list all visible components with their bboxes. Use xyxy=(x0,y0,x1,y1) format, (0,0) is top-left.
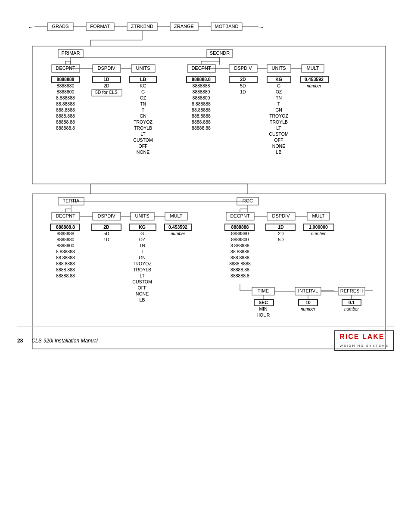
tertia-dec-val2: 8888888 xyxy=(57,231,75,236)
tertia-dec-val9: 88888.88 xyxy=(56,273,75,278)
page-title: CLS-920i Installation Manual xyxy=(31,338,97,344)
nav-zrange: ZRANGE xyxy=(174,24,194,29)
time-hdr: TIME xyxy=(258,288,269,293)
primar-dsp-val2: 2D xyxy=(103,83,109,88)
primar-units-val4: OZ xyxy=(140,95,146,100)
tertia-dsp-val1: 2D xyxy=(103,224,109,230)
secndr-units-val8: TROYLB xyxy=(270,119,288,124)
nav-ztrkbnd: ZTRKBND xyxy=(131,24,153,29)
primar-dec-val5: 88.88888 xyxy=(56,101,75,106)
primar-units-val12: OFF xyxy=(139,143,148,149)
roc-mult-hdr: MULT xyxy=(312,213,324,218)
refresh-val1: 0.1 xyxy=(349,300,355,305)
logo-sub: WEIGHING SYSTEMS xyxy=(339,344,389,348)
tertia-dsp-val2: 5D xyxy=(103,231,109,236)
roc-mult-val2: number xyxy=(311,231,326,236)
primar-units-val7: GN xyxy=(140,113,146,118)
roc-dec-val1: 8888888 xyxy=(231,224,249,230)
tertia-dspdiv-hdr: DSPDIV xyxy=(98,213,116,218)
primar-dsp-val1: 1D xyxy=(103,77,109,82)
tertia-units-val11: OFF xyxy=(138,285,147,290)
svg-rect-46 xyxy=(32,194,386,349)
tertia-units-val7: TROYOZ xyxy=(133,261,152,266)
tertia-dsp-val3: 1D xyxy=(103,237,109,242)
secndr-mult-val2: number xyxy=(307,84,322,88)
primar-units-val2: KG xyxy=(140,83,146,88)
roc-dec-val6: 888.8888 xyxy=(230,255,249,260)
secndr-units-val2: G xyxy=(277,83,280,88)
page: text { font-family: Arial, sans-serif; }… xyxy=(0,0,411,532)
dots-left: ... xyxy=(29,24,33,29)
roc-dec-val9: 888888.8 xyxy=(230,273,249,278)
nav-motband: MOTBAND xyxy=(215,24,239,29)
tertia-dec-val6: 88.88888 xyxy=(56,255,75,260)
tertia-mult-val1: 0.453592 xyxy=(168,224,187,230)
nav-format: FORMAT xyxy=(90,24,110,29)
secndr-dec-val9: 88888.88 xyxy=(192,125,211,131)
roc-dsp-val3: 5D xyxy=(278,237,284,242)
tertia-dec-val8: 8888.888 xyxy=(56,267,75,272)
secndr-dsp-val3: 1D xyxy=(240,89,246,94)
nav-grads: GRADS xyxy=(52,24,68,29)
roc-dsp-val1: 1D xyxy=(278,224,284,230)
tertia-units-hdr: UNITS xyxy=(135,213,149,218)
roc-dec-val5: 88.88888 xyxy=(230,249,249,254)
primar-dec-val2: 8888880 xyxy=(57,83,75,88)
secndr-mult-hdr: MULT xyxy=(306,65,319,71)
primar-units-val3: G xyxy=(141,89,145,94)
tertia-dec-val3: 8888880 xyxy=(57,237,75,242)
primar-dec-val1: 8888888 xyxy=(57,77,75,82)
primar-dec-val9: 888888.8 xyxy=(56,125,75,131)
roc-dec-val7: 8888.8888 xyxy=(229,261,251,266)
primar-dspdiv-hdr: DSPDIV xyxy=(98,65,116,71)
roc-dec-val4: 8.888888 xyxy=(230,243,249,248)
primar-dsp-val3: 5D for CLS xyxy=(95,90,118,95)
roc-decpnt-hdr: DECPNT xyxy=(230,213,250,218)
roc-label: ROC xyxy=(243,198,253,203)
logo: RICE LAKE WEIGHING SYSTEMS xyxy=(334,330,394,351)
primar-label: PRIMAR xyxy=(62,50,80,56)
time-val-sec: SEC xyxy=(258,300,268,305)
time-val-hour: HOUR xyxy=(257,312,270,317)
tertia-units-val4: TN xyxy=(139,243,145,248)
secndr-decpnt-hdr: DECPNT xyxy=(191,65,211,71)
page-number: 28 xyxy=(17,338,23,344)
diagram-svg: text { font-family: Arial, sans-serif; }… xyxy=(19,15,403,351)
primar-units-val9: TROYLB xyxy=(134,125,152,131)
tertia-units-val5: T xyxy=(141,249,144,254)
primar-dec-val3: 8888800 xyxy=(57,89,75,94)
roc-dec-val2: 8888880 xyxy=(231,231,249,236)
secndr-dec-val6: 88.88888 xyxy=(192,107,211,112)
tertia-dec-val7: 888.8888 xyxy=(56,261,75,266)
secndr-dec-val7: 888.8888 xyxy=(192,113,211,118)
tertia-label: TERTIA xyxy=(63,198,80,203)
roc-dsp-val2: 2D xyxy=(278,231,284,236)
secndr-label: SECNDR xyxy=(210,50,230,56)
secndr-units-val3: OZ xyxy=(276,89,282,94)
tertia-units-val9: LT xyxy=(140,273,145,278)
footer: 28 CLS-920i Installation Manual RICE LAK… xyxy=(17,327,394,351)
tertia-mult-hdr: MULT xyxy=(170,213,182,218)
secndr-dec-val8: 8888.888 xyxy=(192,119,211,124)
tertia-units-val6: GN xyxy=(139,255,146,260)
secndr-units-val7: TROYOZ xyxy=(269,113,288,118)
primar-decpnt-hdr: DECPNT xyxy=(56,65,75,71)
roc-dec-val3: 8888800 xyxy=(231,237,249,242)
primar-dec-val7: 8888.888 xyxy=(56,113,75,118)
secndr-mult-val1: 0.453592 xyxy=(305,77,324,82)
tertia-units-val12: NONE xyxy=(136,291,149,296)
secndr-dsp-val2: 5D xyxy=(240,83,246,88)
secndr-units-val11: OFF xyxy=(274,137,283,143)
primar-units-val8: TROYOZ xyxy=(134,119,153,124)
tertia-dec-val4: 8888800 xyxy=(57,243,75,248)
roc-dspdiv-hdr: DSPDIV xyxy=(272,213,290,218)
intervl-val2: number xyxy=(301,307,316,311)
secndr-units-val5: T xyxy=(277,101,280,106)
primar-units-val10: LT xyxy=(140,131,146,137)
tertia-units-val8: TROYLB xyxy=(133,267,151,272)
refresh-val2: number xyxy=(344,307,359,311)
secndr-units-val12: NONE xyxy=(272,143,285,149)
main-content: text { font-family: Arial, sans-serif; }… xyxy=(9,9,402,358)
primar-units-val13: NONE xyxy=(137,149,149,155)
primar-dec-val4: 8.888888 xyxy=(56,95,75,100)
